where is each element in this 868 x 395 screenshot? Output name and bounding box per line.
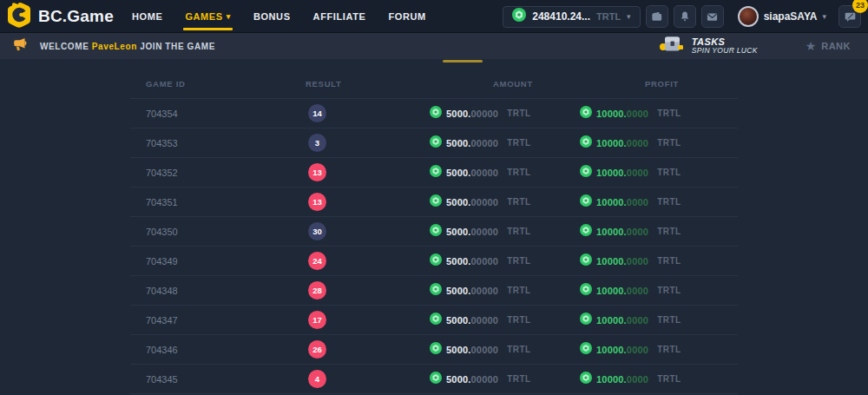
notifications-button[interactable] <box>674 5 696 28</box>
table-row[interactable]: 704351 13 5000. 00000 TRTL 10000. 0000 T… <box>130 188 738 217</box>
tasks-text: TASKS SPIN YOUR LUCK <box>692 36 758 56</box>
nav-item-home[interactable]: HOME <box>132 0 162 32</box>
topbar-right: 248410.24... TRTL ▾ <box>503 0 861 33</box>
star-icon: ★ <box>806 39 817 53</box>
table-row[interactable]: 704348 28 5000. 00000 TRTL 10000. 0000 T… <box>130 276 738 306</box>
nav-item-bonus[interactable]: BONUS <box>253 0 291 32</box>
chevron-down-icon: ▾ <box>627 12 631 21</box>
profit-value: 10000. <box>596 256 627 267</box>
amount-fraction: 00000 <box>471 256 499 267</box>
result-cell: 17 <box>282 311 386 329</box>
chat-unread-badge: 23 <box>852 0 868 13</box>
balance-selector[interactable]: 248410.24... TRTL ▾ <box>503 6 640 28</box>
user-menu[interactable]: siapaSAYA ▾ <box>738 6 826 27</box>
table-row[interactable]: 704350 30 5000. 00000 TRTL 10000. 0000 T… <box>130 217 738 247</box>
profit-currency: TRTL <box>657 345 681 354</box>
profit-value: 10000. <box>596 227 627 237</box>
nav-item-affiliate[interactable]: AFFILIATE <box>313 0 366 32</box>
profit-fraction: 0000 <box>627 345 648 355</box>
profit-currency: TRTL <box>657 315 681 325</box>
active-tab-indicator <box>443 60 483 63</box>
game-id-cell: 704354 <box>130 109 282 119</box>
amount-value: 5000. <box>446 168 471 178</box>
profit-cell: 10000. 0000 TRTL <box>573 135 738 151</box>
chat-icon <box>844 10 857 23</box>
nav-item-games[interactable]: GAMES▾ <box>185 0 230 32</box>
game-id-cell: 704350 <box>130 227 282 237</box>
profit-cell: 10000. 0000 TRTL <box>573 283 738 299</box>
profit-cell: 10000. 0000 TRTL <box>573 342 738 358</box>
mail-button[interactable] <box>701 5 724 28</box>
coin-icon <box>430 372 442 387</box>
amount-cell: 5000. 00000 TRTL <box>386 372 573 387</box>
amount-currency: TRTL <box>507 374 531 384</box>
wallet-icon <box>650 10 663 23</box>
result-cell: 13 <box>282 163 386 181</box>
coin-icon <box>430 106 442 122</box>
coin-icon <box>580 165 592 181</box>
profit-fraction: 0000 <box>627 315 648 326</box>
announcement-banner: WELCOME PaveLeon JOIN THE GAME TASKS <box>0 33 868 59</box>
page: BC.Game HOME GAMES▾ BONUS AFFILIATE FORU… <box>0 0 868 395</box>
game-id-cell: 704346 <box>130 345 282 355</box>
banner-right: TASKS SPIN YOUR LUCK ★ RANK <box>659 33 851 59</box>
profit-currency: TRTL <box>657 256 681 266</box>
coin-icon <box>430 253 442 269</box>
result-badge: 14 <box>308 104 326 122</box>
profit-fraction: 0000 <box>627 286 648 296</box>
table-row[interactable]: 704347 17 5000. 00000 TRTL 10000. 0000 T… <box>130 306 738 335</box>
table-row[interactable]: 704349 24 5000. 00000 TRTL 10000. 0000 T… <box>130 247 738 276</box>
result-badge: 28 <box>308 281 326 300</box>
header-game-id: GAME ID <box>130 79 282 89</box>
rank-widget[interactable]: ★ RANK <box>806 39 851 53</box>
nav-item-forum[interactable]: FORUM <box>388 0 425 32</box>
amount-value: 5000. <box>446 345 471 355</box>
amount-fraction: 00000 <box>471 315 499 326</box>
profit-fraction: 0000 <box>627 374 648 385</box>
table-row[interactable]: 704354 14 5000. 00000 TRTL 10000. 0000 T… <box>130 99 738 128</box>
table-row[interactable]: 704352 13 5000. 00000 TRTL 10000. 0000 T… <box>130 158 738 188</box>
coin-icon <box>580 253 592 269</box>
coin-icon <box>430 224 442 240</box>
welcome-message: WELCOME PaveLeon JOIN THE GAME <box>40 42 215 51</box>
rank-label: RANK <box>821 41 851 51</box>
profit-fraction: 0000 <box>627 109 648 119</box>
amount-cell: 5000. 00000 TRTL <box>386 342 573 358</box>
topbar: BC.Game HOME GAMES▾ BONUS AFFILIATE FORU… <box>0 0 868 33</box>
coin-icon <box>430 313 442 328</box>
coin-icon <box>580 194 592 210</box>
amount-cell: 5000. 00000 TRTL <box>386 253 573 269</box>
brand-logo[interactable]: BC.Game <box>0 2 122 31</box>
amount-value: 5000. <box>446 227 471 237</box>
coin-icon <box>430 135 442 151</box>
header-profit: PROFIT <box>573 79 738 89</box>
profit-value: 10000. <box>596 374 627 385</box>
header-result: RESULT <box>282 79 386 89</box>
coin-icon <box>430 165 442 181</box>
chevron-down-icon: ▾ <box>822 12 826 21</box>
coin-icon <box>512 8 526 25</box>
coin-icon <box>580 313 592 328</box>
wallet-button[interactable] <box>646 5 668 28</box>
result-badge: 24 <box>308 252 326 270</box>
amount-fraction: 00000 <box>471 109 499 119</box>
table-row[interactable]: 704346 26 5000. 00000 TRTL 10000. 0000 T… <box>130 335 738 365</box>
game-id-cell: 704353 <box>130 138 282 148</box>
amount-fraction: 00000 <box>471 374 499 385</box>
profit-currency: TRTL <box>657 286 681 295</box>
envelope-icon <box>706 10 719 23</box>
profit-currency: TRTL <box>657 109 681 118</box>
table-row[interactable]: 704345 4 5000. 00000 TRTL 10000. 0000 TR… <box>130 365 738 394</box>
amount-currency: TRTL <box>507 109 531 118</box>
amount-value: 5000. <box>446 256 471 267</box>
tasks-widget[interactable]: TASKS SPIN YOUR LUCK <box>659 34 758 58</box>
result-cell: 14 <box>282 104 386 122</box>
amount-currency: TRTL <box>507 138 531 148</box>
profit-value: 10000. <box>596 345 627 355</box>
amount-currency: TRTL <box>507 256 531 266</box>
result-cell: 28 <box>282 281 386 300</box>
result-cell: 4 <box>282 370 386 388</box>
table-row[interactable]: 704353 3 5000. 00000 TRTL 10000. 0000 TR… <box>130 128 738 158</box>
amount-value: 5000. <box>446 374 471 385</box>
result-badge: 17 <box>308 311 326 329</box>
